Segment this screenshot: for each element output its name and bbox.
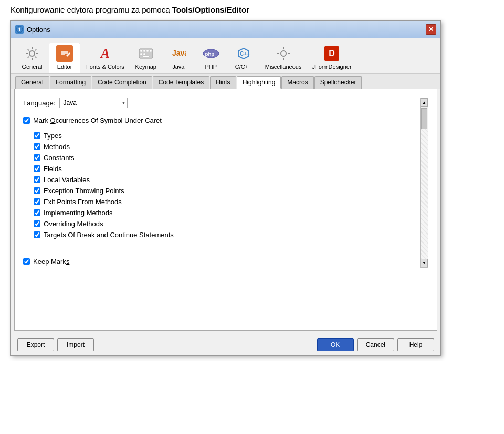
svg-text:C++: C++ <box>240 51 250 57</box>
overriding-input[interactable] <box>34 220 40 227</box>
exceptionthrow-checkbox-item[interactable]: Exception Throwing Points <box>34 186 420 196</box>
scrollbar-up-button[interactable]: ▲ <box>421 98 428 107</box>
fields-checkbox-item[interactable]: Fields <box>34 164 420 174</box>
targets-input[interactable] <box>34 231 40 238</box>
svg-rect-23 <box>143 53 145 55</box>
toolbar-item-misc[interactable]: Miscellaneous <box>260 43 307 73</box>
svg-point-1 <box>19 28 20 29</box>
tab-formatting[interactable]: Formatting <box>50 76 91 89</box>
tab-macros[interactable]: Macros <box>281 76 313 89</box>
php-icon: php <box>203 45 219 62</box>
toolbar: General Editor A Fonts & Colors <box>11 38 440 74</box>
language-label: Language: <box>23 99 55 107</box>
language-row: Language: Java PHP C/C++ HTML CSS ▼ <box>23 98 420 108</box>
toolbar-label-cpp: C/C++ <box>235 63 252 70</box>
fields-input[interactable] <box>34 165 40 172</box>
toolbar-label-fonts: Fonts & Colors <box>86 63 124 70</box>
localvars-input[interactable] <box>34 176 40 183</box>
toolbar-label-jform: JFormDesigner <box>312 63 351 70</box>
language-select[interactable]: Java PHP C/C++ HTML CSS <box>59 98 128 108</box>
tab-hints[interactable]: Hints <box>210 76 236 89</box>
svg-text:Java: Java <box>172 49 186 57</box>
mark-occurrences-label: Mark Occurrences Of Symbol Under Caret <box>33 117 162 124</box>
svg-line-11 <box>35 49 37 51</box>
exitpoints-checkbox-item[interactable]: Exit Points From Methods <box>34 197 420 207</box>
tab-strip: General Formatting Code Completion Code … <box>11 74 440 89</box>
svg-rect-18 <box>140 50 142 52</box>
language-select-wrapper[interactable]: Java PHP C/C++ HTML CSS ▼ <box>59 98 128 108</box>
svg-rect-2 <box>19 29 20 31</box>
constants-checkbox-item[interactable]: Constants <box>34 153 420 163</box>
types-checkbox-item[interactable]: Types <box>34 131 420 141</box>
keepmarks-input[interactable] <box>23 258 30 265</box>
svg-rect-22 <box>140 53 142 55</box>
scrollbar-down-button[interactable]: ▼ <box>421 259 428 267</box>
dialog-title: Options <box>27 26 50 34</box>
scrollbar[interactable]: ▲ ▼ <box>420 98 428 268</box>
ok-button[interactable]: OK <box>317 338 354 351</box>
localvars-checkbox-item[interactable]: Local Variables <box>34 175 420 185</box>
types-label: Types <box>44 132 62 140</box>
exceptionthrow-input[interactable] <box>34 187 40 194</box>
svg-rect-24 <box>143 56 149 57</box>
dialog-icon <box>15 25 24 34</box>
toolbar-item-java[interactable]: Java Java <box>163 43 194 73</box>
keymap-icon <box>138 45 154 62</box>
footer: Export Import OK Cancel Help <box>11 334 440 355</box>
toolbar-label-php: PHP <box>205 63 217 70</box>
svg-line-9 <box>35 57 37 58</box>
tab-codetemplates[interactable]: Code Templates <box>153 76 210 89</box>
scrollbar-thumb[interactable] <box>421 108 427 129</box>
help-button[interactable]: Help <box>397 338 434 351</box>
export-button[interactable]: Export <box>17 338 54 351</box>
toolbar-item-jform[interactable]: D JFormDesigner <box>307 43 356 73</box>
editor-icon <box>56 45 73 62</box>
targets-checkbox-item[interactable]: Targets Of Break and Continue Statements <box>34 230 420 240</box>
keepmarks-checkbox-item[interactable]: Keep Marks <box>23 257 420 267</box>
constants-label: Constants <box>44 154 75 162</box>
toolbar-item-fonts[interactable]: A Fonts & Colors <box>81 43 129 73</box>
overriding-checkbox-item[interactable]: Overriding Methods <box>34 219 420 229</box>
page-title: Konfigurowanie edytora programu za pomoc… <box>10 5 494 14</box>
implementing-input[interactable] <box>34 209 40 216</box>
exitpoints-input[interactable] <box>34 198 40 205</box>
svg-line-10 <box>28 57 29 58</box>
toolbar-label-misc: Miscellaneous <box>265 63 302 70</box>
tab-general[interactable]: General <box>15 76 49 89</box>
tab-spellchecker[interactable]: Spellchecker <box>314 76 362 89</box>
targets-label: Targets Of Break and Continue Statements <box>44 231 174 239</box>
toolbar-item-general[interactable]: General <box>16 43 48 73</box>
constants-input[interactable] <box>34 154 40 161</box>
close-button[interactable]: ✕ <box>426 24 436 35</box>
exceptionthrow-label: Exception Throwing Points <box>44 187 124 195</box>
svg-rect-21 <box>150 50 152 52</box>
content-area: Language: Java PHP C/C++ HTML CSS ▼ <box>14 89 437 331</box>
mark-occurrences-checkbox[interactable]: Mark Occurrences Of Symbol Under Caret <box>23 115 420 125</box>
fonts-icon: A <box>97 45 113 62</box>
fields-label: Fields <box>44 165 62 173</box>
import-button[interactable]: Import <box>57 338 94 351</box>
scrollbar-track[interactable] <box>421 107 428 259</box>
toolbar-label-java: Java <box>172 63 184 70</box>
mark-occurrences-input[interactable] <box>23 117 30 124</box>
implementing-checkbox-item[interactable]: Implementing Methods <box>34 208 420 218</box>
dialog-titlebar: Options ✕ <box>11 21 440 38</box>
options-dialog: Options ✕ General <box>10 20 441 356</box>
java-icon: Java <box>170 45 187 62</box>
tab-codecompletion[interactable]: Code Completion <box>92 76 152 89</box>
toolbar-label-editor: Editor <box>57 63 72 70</box>
exitpoints-label: Exit Points From Methods <box>44 198 122 206</box>
toolbar-item-keymap[interactable]: Keymap <box>130 43 162 73</box>
svg-rect-20 <box>146 50 149 52</box>
cancel-button[interactable]: Cancel <box>357 338 394 351</box>
scrollbar-line <box>421 129 428 259</box>
tab-highlighting[interactable]: Highlighting <box>237 76 281 89</box>
toolbar-item-php[interactable]: php PHP <box>195 43 227 73</box>
types-input[interactable] <box>34 132 40 139</box>
toolbar-item-editor[interactable]: Editor <box>49 43 80 73</box>
cpp-icon: C++ <box>235 45 252 62</box>
methods-checkbox-item[interactable]: Methods <box>34 142 420 152</box>
overriding-label: Overriding Methods <box>44 220 103 228</box>
toolbar-item-cpp[interactable]: C++ C/C++ <box>228 43 259 73</box>
methods-input[interactable] <box>34 143 40 150</box>
